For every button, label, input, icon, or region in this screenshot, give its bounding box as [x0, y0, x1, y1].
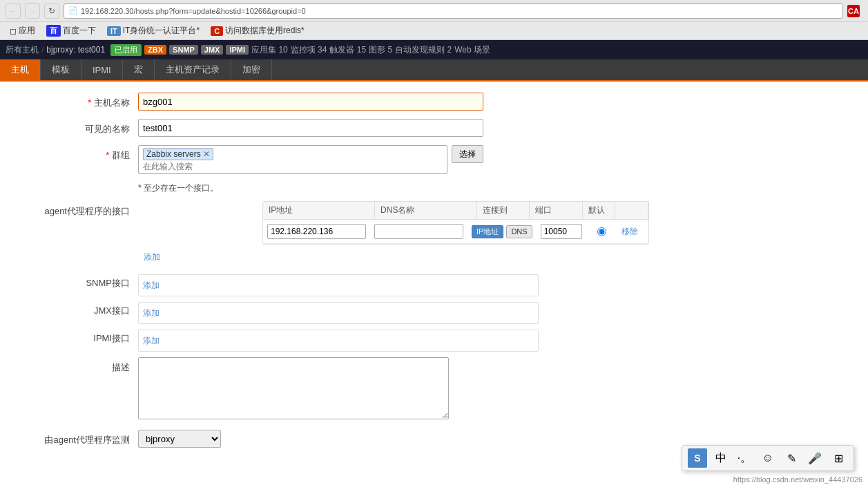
address-text[interactable]: 192.168.220.30/hosts.php?form=update&hos… — [81, 7, 306, 15]
connect-ip-btn[interactable]: IP地址 — [472, 225, 503, 238]
back-button[interactable]: ← — [6, 3, 21, 19]
header-default: 默认 — [583, 202, 616, 219]
cell-action: 移除 — [617, 225, 648, 239]
agent-monitor-label: 由agent代理程序监测 — [14, 430, 138, 446]
footer-url: https://blog.csdn.net/weixin_44437026 — [733, 475, 862, 484]
bookmark-redis[interactable]: C 访问数据库使用redis* — [206, 24, 309, 37]
hostname-field — [138, 93, 483, 111]
forward-button[interactable]: → — [25, 3, 40, 19]
web-count[interactable]: Web 场景 — [454, 44, 490, 56]
group-tag-zabbix: Zabbix servers ✕ — [143, 148, 213, 160]
bookmark-it[interactable]: IT IT身份统一认证平台* — [103, 24, 204, 37]
ipmi-add-link[interactable]: 添加 — [143, 335, 160, 347]
app-count[interactable]: 应用集 10 — [251, 44, 288, 56]
group-row: 群组 Zabbix servers ✕ 选择 — [14, 145, 854, 174]
header-connect: 连接到 — [477, 202, 530, 219]
agent-monitor-field: bjproxy — [138, 430, 483, 448]
group-field: Zabbix servers ✕ 选择 — [138, 145, 483, 174]
tab-macro[interactable]: 宏 — [123, 59, 155, 80]
toolbar-mic-btn[interactable]: 🎤 — [805, 448, 824, 468]
jmx-badge: JMX — [201, 45, 224, 55]
cell-default — [586, 226, 617, 238]
group-tag-remove[interactable]: ✕ — [203, 149, 210, 159]
discovery-count[interactable]: 自动发现规则 2 — [395, 44, 452, 56]
enabled-badge: 已启用 — [110, 44, 142, 56]
ipmi-content: 添加 — [138, 330, 539, 352]
remove-link[interactable]: 移除 — [621, 227, 638, 236]
ipmi-badge: IPMI — [226, 45, 249, 55]
visible-name-field — [138, 119, 483, 137]
toolbar-punctuation-btn[interactable]: ·。 — [735, 448, 754, 468]
tab-asset[interactable]: 主机资产记录 — [155, 59, 231, 80]
desc-textarea[interactable] — [138, 357, 449, 419]
visible-name-input[interactable] — [138, 119, 483, 137]
tab-ipmi[interactable]: IPMI — [81, 59, 123, 80]
apps-icon: ◻ — [10, 26, 17, 36]
bookmark-baidu[interactable]: 百 百度一下 — [42, 24, 100, 37]
ipmi-row: IPMI接口 添加 — [14, 330, 854, 352]
group-field-inner: Zabbix servers ✕ 选择 — [138, 145, 483, 174]
all-hosts-link[interactable]: 所有主机 — [6, 44, 39, 56]
interface-section: IP地址 DNS名称 连接到 端口 默认 — [262, 201, 649, 245]
group-tag-label: Zabbix servers — [146, 149, 201, 159]
bookmark-apps[interactable]: ◻ 应用 — [6, 24, 39, 37]
cell-connect: IP地址 DNS — [467, 224, 537, 240]
trigger-count[interactable]: 触发器 15 — [329, 44, 366, 56]
toolbar-grid-btn[interactable]: ⊞ — [829, 448, 848, 468]
ca-favicon: CA — [847, 5, 860, 17]
header-ip: IP地址 — [263, 202, 375, 219]
hostname-label: 主机名称 — [14, 93, 138, 109]
dns-input[interactable] — [374, 224, 463, 239]
jmx-label: JMX接口 — [14, 302, 138, 317]
snmp-row: SNMP接口 添加 — [14, 274, 854, 296]
hostname-row: 主机名称 — [14, 93, 854, 111]
default-radio[interactable] — [597, 227, 606, 236]
reload-button[interactable]: ↻ — [44, 3, 59, 19]
interface-header: IP地址 DNS名称 连接到 端口 默认 — [263, 202, 648, 220]
desc-field — [138, 357, 483, 421]
toolbar-pen-btn[interactable]: ✎ — [782, 448, 801, 468]
cell-ip — [263, 222, 370, 240]
connect-dns-btn[interactable]: DNS — [506, 225, 532, 238]
group-tags-container: Zabbix servers ✕ — [138, 145, 447, 174]
hostname-input[interactable] — [138, 93, 483, 111]
bookmarks-bar: ◻ 应用 百 百度一下 IT IT身份统一认证平台* C 访问数据库使用redi… — [0, 22, 868, 40]
monitor-count[interactable]: 监控项 34 — [291, 44, 327, 56]
current-host-label: bjproxy: test001 — [46, 45, 105, 55]
header-port: 端口 — [530, 202, 582, 219]
floating-toolbar: S 中 ·。 ☺ ✎ 🎤 ⊞ — [682, 445, 854, 471]
header-dns: DNS名称 — [375, 202, 477, 219]
desc-row: 描述 — [14, 357, 854, 421]
group-search-input[interactable] — [143, 162, 443, 171]
tab-template[interactable]: 模板 — [41, 59, 81, 80]
browser-bar: ← → ↻ 📄 192.168.220.30/hosts.php?form=up… — [0, 0, 868, 22]
tab-host[interactable]: 主机 — [0, 59, 41, 80]
address-bar: 📄 192.168.220.30/hosts.php?form=update&h… — [64, 3, 843, 19]
main-nav: 主机 模板 IPMI 宏 主机资产记录 加密 — [0, 59, 868, 82]
port-input[interactable] — [541, 224, 582, 239]
breadcrumb-sep: / — [41, 45, 44, 55]
jmx-content: 添加 — [138, 302, 539, 324]
graph-count[interactable]: 图形 5 — [369, 44, 392, 56]
select-button[interactable]: 选择 — [452, 145, 483, 163]
tab-encryption[interactable]: 加密 — [231, 59, 272, 80]
lock-icon: 📄 — [68, 6, 78, 15]
toolbar-chinese-btn[interactable]: 中 — [711, 448, 731, 468]
jmx-add-link[interactable]: 添加 — [143, 307, 160, 319]
content-area: 主机名称 可见的名称 群组 Zabbix servers ✕ — [0, 82, 868, 485]
agent-interface-content: IP地址 DNS名称 连接到 端口 默认 — [138, 201, 649, 266]
agent-add-link[interactable]: 添加 — [138, 249, 166, 266]
redis-icon: C — [211, 26, 223, 36]
snmp-label: SNMP接口 — [14, 274, 138, 289]
cell-dns — [370, 222, 467, 240]
snmp-content: 添加 — [138, 274, 539, 296]
ipmi-label: IPMI接口 — [14, 330, 138, 345]
jmx-row: JMX接口 添加 — [14, 302, 854, 324]
s-icon: S — [688, 448, 707, 468]
toolbar-emoji-btn[interactable]: ☺ — [758, 448, 778, 468]
agent-select[interactable]: bjproxy — [138, 430, 221, 448]
snmp-badge: SNMP — [169, 45, 198, 55]
ip-input[interactable] — [267, 224, 366, 239]
snmp-add-link[interactable]: 添加 — [143, 280, 160, 292]
interface-data-row: IP地址 DNS 移除 — [263, 220, 648, 244]
